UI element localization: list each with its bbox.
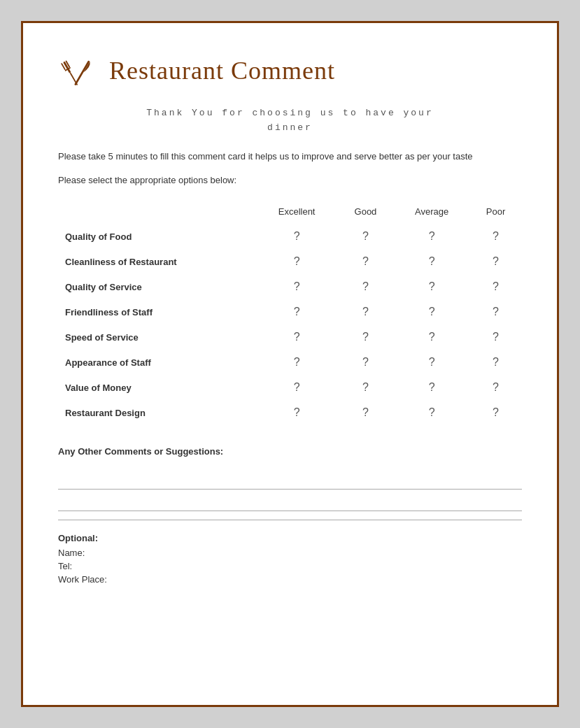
optional-title: Optional: [58,533,522,543]
radio-option[interactable]: ? [493,381,499,393]
radio-option[interactable]: ? [294,306,300,317]
row-label: Quality of Food [58,224,257,249]
radio-option[interactable]: ? [294,406,300,418]
table-row: Friendliness of Staff???? [58,299,522,324]
svg-rect-5 [74,60,90,85]
rating-cell[interactable]: ? [394,400,469,425]
comment-card: Restaurant Comment Thank You for choosin… [21,21,559,707]
rating-cell[interactable]: ? [257,400,337,425]
rating-cell[interactable]: ? [469,249,522,274]
page-title: Restaurant Comment [109,56,335,85]
rating-cell[interactable]: ? [257,249,337,274]
row-label: Value of Money [58,375,257,400]
subtitle: Thank You for choosing us to have your d… [58,106,522,136]
optional-field: Work Place: [58,574,522,585]
description-text: Please take 5 minutes to fill this comme… [58,150,522,164]
rating-cell[interactable]: ? [337,375,395,400]
radio-option[interactable]: ? [493,255,499,267]
radio-option[interactable]: ? [493,306,499,317]
radio-option[interactable]: ? [294,255,300,267]
divider [58,520,522,520]
table-row: Speed of Service???? [58,324,522,350]
col-header-average: Average [394,202,469,224]
table-row: Cleanliness of Restaurant???? [58,249,522,274]
radio-option[interactable]: ? [362,406,369,418]
radio-option[interactable]: ? [493,406,499,418]
comments-section: Any Other Comments or Suggestions: [58,446,522,511]
radio-option[interactable]: ? [294,331,300,343]
radio-option[interactable]: ? [362,280,369,292]
rating-cell[interactable]: ? [257,299,337,324]
row-label: Speed of Service [58,324,257,350]
radio-option[interactable]: ? [493,230,499,242]
radio-option[interactable]: ? [362,255,369,267]
instruction-text: Please select the appropriate options be… [58,175,522,185]
rating-cell[interactable]: ? [469,375,522,400]
rating-cell[interactable]: ? [394,375,469,400]
radio-option[interactable]: ? [429,331,435,343]
rating-cell[interactable]: ? [257,375,337,400]
rating-cell[interactable]: ? [257,274,337,299]
table-row: Appearance of Staff???? [58,350,522,375]
rating-cell[interactable]: ? [469,324,522,350]
rating-cell[interactable]: ? [469,400,522,425]
row-label: Cleanliness of Restaurant [58,249,257,274]
rating-cell[interactable]: ? [394,224,469,249]
cutlery-icon [58,51,97,90]
rating-cell[interactable]: ? [394,299,469,324]
radio-option[interactable]: ? [429,356,435,368]
rating-cell[interactable]: ? [257,224,337,249]
radio-option[interactable]: ? [362,230,369,242]
radio-option[interactable]: ? [429,406,435,418]
radio-option[interactable]: ? [429,230,435,242]
comment-line-1 [58,476,522,490]
radio-option[interactable]: ? [294,230,300,242]
comment-line-2 [58,498,522,511]
radio-option[interactable]: ? [429,255,435,267]
radio-option[interactable]: ? [362,381,369,393]
rating-cell[interactable]: ? [257,324,337,350]
radio-option[interactable]: ? [493,331,499,343]
rating-cell[interactable]: ? [337,249,395,274]
rating-cell[interactable]: ? [337,299,395,324]
row-label: Appearance of Staff [58,350,257,375]
col-header-poor: Poor [469,202,522,224]
row-label: Quality of Service [58,274,257,299]
rating-cell[interactable]: ? [469,350,522,375]
rating-cell[interactable]: ? [337,324,395,350]
radio-option[interactable]: ? [362,356,369,368]
table-row: Quality of Food???? [58,224,522,249]
radio-option[interactable]: ? [362,306,369,317]
rating-cell[interactable]: ? [337,224,395,249]
radio-option[interactable]: ? [362,331,369,343]
rating-cell[interactable]: ? [394,350,469,375]
col-header-good: Good [337,202,395,224]
table-row: Quality of Service???? [58,274,522,299]
rating-cell[interactable]: ? [394,324,469,350]
optional-field: Tel: [58,561,522,571]
row-label: Friendliness of Staff [58,299,257,324]
rating-cell[interactable]: ? [394,249,469,274]
radio-option[interactable]: ? [429,306,435,317]
rating-cell[interactable]: ? [337,350,395,375]
optional-field: Name: [58,548,522,558]
radio-option[interactable]: ? [429,280,435,292]
radio-option[interactable]: ? [493,356,499,368]
rating-table: Excellent Good Average Poor Quality of F… [58,202,522,425]
rating-cell[interactable]: ? [394,274,469,299]
rating-cell[interactable]: ? [257,350,337,375]
radio-option[interactable]: ? [294,381,300,393]
radio-option[interactable]: ? [294,356,300,368]
table-row: Value of Money???? [58,375,522,400]
radio-option[interactable]: ? [493,280,499,292]
rating-cell[interactable]: ? [337,400,395,425]
row-label: Restaurant Design [58,400,257,425]
rating-cell[interactable]: ? [337,274,395,299]
table-row: Restaurant Design???? [58,400,522,425]
rating-cell[interactable]: ? [469,224,522,249]
header: Restaurant Comment [58,51,522,90]
rating-cell[interactable]: ? [469,274,522,299]
radio-option[interactable]: ? [429,381,435,393]
rating-cell[interactable]: ? [469,299,522,324]
radio-option[interactable]: ? [294,280,300,292]
